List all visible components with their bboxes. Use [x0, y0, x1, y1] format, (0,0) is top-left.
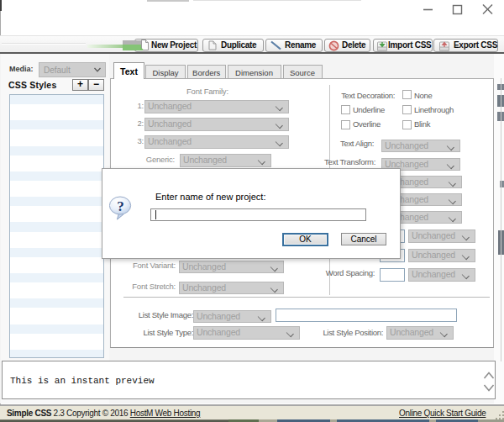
svg-text:?: ?: [117, 198, 124, 214]
